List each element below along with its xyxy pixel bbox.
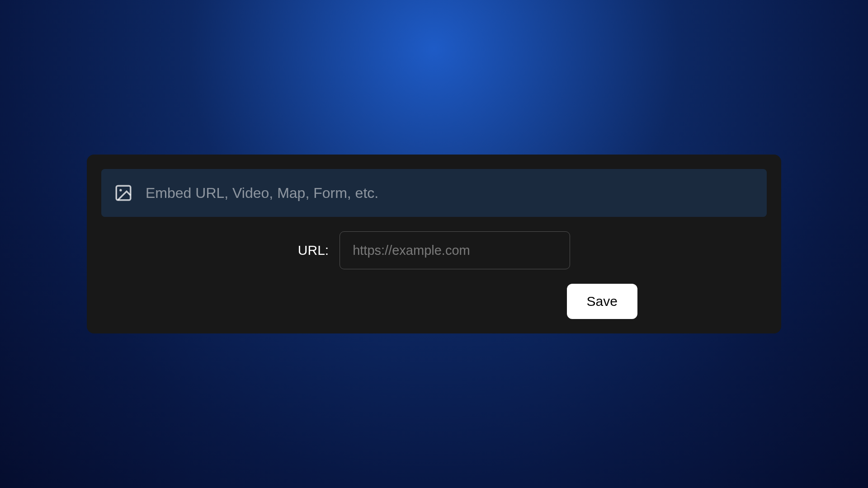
embed-description-bar[interactable]: Embed URL, Video, Map, Form, etc.: [101, 169, 767, 217]
url-form-row: URL:: [231, 231, 637, 269]
embed-dialog: Embed URL, Video, Map, Form, etc. URL: S…: [87, 155, 781, 333]
url-label: URL:: [298, 243, 329, 258]
svg-point-1: [119, 189, 122, 191]
image-icon: [114, 183, 133, 202]
save-button[interactable]: Save: [567, 284, 637, 319]
button-row: Save: [231, 284, 637, 319]
embed-description-label: Embed URL, Video, Map, Form, etc.: [146, 185, 378, 202]
url-input[interactable]: [340, 231, 570, 269]
